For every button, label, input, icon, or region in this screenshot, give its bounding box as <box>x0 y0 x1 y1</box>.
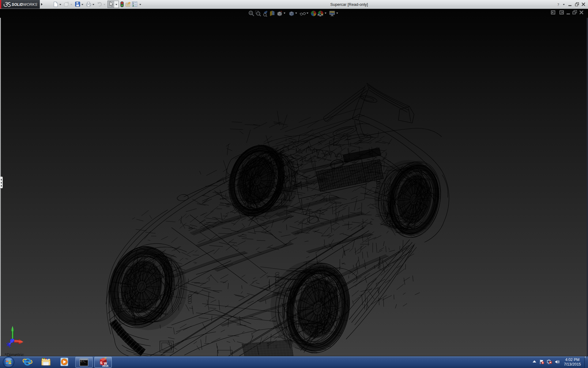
svg-text:?: ? <box>557 2 559 7</box>
svg-text:C:\_: C:\_ <box>81 360 86 363</box>
svg-text:2015: 2015 <box>102 364 108 367</box>
